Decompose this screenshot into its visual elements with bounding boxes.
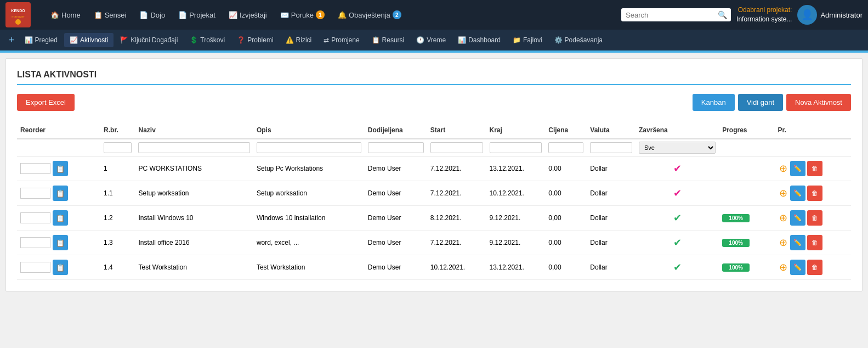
cell-valuta: Dollar xyxy=(587,255,636,280)
cell-valuta: Dollar xyxy=(587,231,636,255)
doc-button[interactable]: 📋 xyxy=(53,161,68,176)
vreme-icon: 🕐 xyxy=(416,36,424,44)
reorder-input[interactable] xyxy=(20,237,50,248)
filter-rbr-input[interactable] xyxy=(104,142,132,153)
subnav-rizici[interactable]: ⚠️ Rizici xyxy=(280,33,317,47)
top-nav: KENDO manager 🏠 Home 📋 Sensei 📄 Dojo 📄 P… xyxy=(0,0,868,30)
doc-button[interactable]: 📋 xyxy=(53,210,68,226)
cell-progres: 100% xyxy=(719,231,774,255)
doc-button[interactable]: 📋 xyxy=(53,235,68,250)
search-input[interactable] xyxy=(626,11,718,19)
kanban-button[interactable]: Kanban xyxy=(693,94,735,111)
filter-kraj[interactable] xyxy=(486,139,546,156)
filter-start-input[interactable] xyxy=(430,142,483,153)
cell-dodij: Demo User xyxy=(365,156,427,181)
nav-home[interactable]: 🏠 Home xyxy=(45,8,86,23)
filter-kraj-input[interactable] xyxy=(490,142,542,153)
nav-izvjestaji[interactable]: 📈 Izvještaji xyxy=(223,8,273,23)
reorder-input[interactable] xyxy=(20,262,50,273)
cell-rbr: 1.4 xyxy=(100,255,135,280)
filter-dodij-input[interactable] xyxy=(368,142,424,153)
edit-button[interactable]: ✏️ xyxy=(790,186,805,201)
delete-button[interactable]: 🗑 xyxy=(807,210,822,226)
search-box[interactable]: 🔍 xyxy=(621,8,731,21)
delete-button[interactable]: 🗑 xyxy=(807,161,822,176)
edit-button[interactable]: ✏️ xyxy=(790,210,805,226)
reorder-input[interactable] xyxy=(20,212,50,223)
reorder-input[interactable] xyxy=(20,163,50,174)
subnav-pregled[interactable]: 📊 Pregled xyxy=(19,33,63,47)
filter-zavrsena[interactable]: Sve Da Ne xyxy=(636,139,719,156)
subnav-troskovi[interactable]: 💲 Troškovi xyxy=(184,33,230,47)
nav-projekat[interactable]: 📄 Projekat xyxy=(173,8,221,23)
filter-valuta-input[interactable] xyxy=(590,142,632,153)
nav-dojo[interactable]: 📄 Dojo xyxy=(134,8,171,23)
cell-valuta: Dollar xyxy=(587,206,636,231)
filter-rbr[interactable] xyxy=(100,139,135,156)
circle-button[interactable]: ⊕ xyxy=(778,212,788,224)
project-info: Odabrani projekat: Information syste... xyxy=(736,5,792,24)
delete-button[interactable]: 🗑 xyxy=(807,260,822,275)
reorder-input[interactable] xyxy=(20,188,50,199)
cell-pr: ⊕ ✏️ 🗑 xyxy=(775,181,851,206)
circle-icon: ⊕ xyxy=(779,212,787,223)
col-pr: Pr. xyxy=(775,122,851,139)
edit-icon: ✏️ xyxy=(793,214,802,222)
doc-icon: 📋 xyxy=(56,239,65,247)
edit-button[interactable]: ✏️ xyxy=(790,260,805,275)
delete-button[interactable]: 🗑 xyxy=(807,186,822,201)
circle-button[interactable]: ⊕ xyxy=(778,261,788,273)
circle-button[interactable]: ⊕ xyxy=(778,237,788,249)
filter-opis-input[interactable] xyxy=(257,142,361,153)
delete-icon: 🗑 xyxy=(812,263,818,271)
nav-poruke[interactable]: ✉️ Poruke 1 xyxy=(275,7,330,23)
gant-button[interactable]: Vidi gant xyxy=(738,94,783,111)
subnav-kljucni[interactable]: 🚩 Ključni Događaji xyxy=(115,33,183,47)
filter-opis[interactable] xyxy=(253,139,365,156)
cell-dodij: Demo User xyxy=(365,255,427,280)
cell-opis: Windows 10 installation xyxy=(253,206,365,231)
filter-valuta[interactable] xyxy=(587,139,636,156)
subnav-podesavanja[interactable]: ⚙️ Podešavanja xyxy=(549,33,608,47)
circle-button[interactable]: ⊕ xyxy=(778,187,788,199)
circle-button[interactable]: ⊕ xyxy=(778,162,788,175)
subnav-promjene[interactable]: ⇄ Promjene xyxy=(318,33,365,47)
cell-zavrsena: ✔ xyxy=(636,231,719,255)
edit-button[interactable]: ✏️ xyxy=(790,235,805,250)
subnav-dashboard[interactable]: 📊 Dashboard xyxy=(452,33,506,47)
circle-icon: ⊕ xyxy=(779,262,787,273)
edit-button[interactable]: ✏️ xyxy=(790,161,805,176)
filter-cijena[interactable] xyxy=(545,139,587,156)
delete-button[interactable]: 🗑 xyxy=(807,235,822,250)
filter-start[interactable] xyxy=(427,139,486,156)
circle-icon: ⊕ xyxy=(779,237,787,248)
filter-dodij[interactable] xyxy=(365,139,427,156)
export-button[interactable]: Export Excel xyxy=(17,94,75,111)
nav-sensei[interactable]: 📋 Sensei xyxy=(88,8,132,23)
kljucni-icon: 🚩 xyxy=(120,36,128,44)
check-icon: ✔ xyxy=(673,163,682,174)
add-button[interactable]: + xyxy=(5,35,18,45)
subnav-vreme[interactable]: 🕐 Vreme xyxy=(411,33,451,47)
doc-button[interactable]: 📋 xyxy=(53,260,68,275)
filter-naziv[interactable] xyxy=(135,139,253,156)
subnav-resursi[interactable]: 📋 Resursi xyxy=(366,33,410,47)
podesavanja-icon: ⚙️ xyxy=(554,36,563,44)
filter-naziv-input[interactable] xyxy=(138,142,249,153)
subnav-aktivnosti[interactable]: 📈 Aktivnosti xyxy=(64,33,114,47)
doc-button[interactable]: 📋 xyxy=(53,186,68,201)
nova-button[interactable]: Nova Aktivnost xyxy=(786,94,851,111)
col-rbr: R.br. xyxy=(100,122,135,139)
filter-zavrsena-select[interactable]: Sve Da Ne xyxy=(639,142,716,154)
subnav-problemi[interactable]: ❓ Problemi xyxy=(231,33,279,47)
page-title: LISTA AKTIVNOSTI xyxy=(17,70,851,85)
filter-cijena-input[interactable] xyxy=(548,142,583,153)
logo[interactable]: KENDO manager xyxy=(5,2,34,27)
cell-reorder: 📋 xyxy=(17,181,100,206)
col-opis: Opis xyxy=(253,122,365,139)
cell-naziv: Setup worksation xyxy=(135,181,253,206)
poruke-badge: 1 xyxy=(316,10,325,19)
nav-obavjestenja[interactable]: 🔔 Obavještenja 2 xyxy=(332,7,407,23)
doc-icon: 📋 xyxy=(56,263,65,272)
subnav-fajlovi[interactable]: 📁 Fajlovi xyxy=(507,33,548,47)
